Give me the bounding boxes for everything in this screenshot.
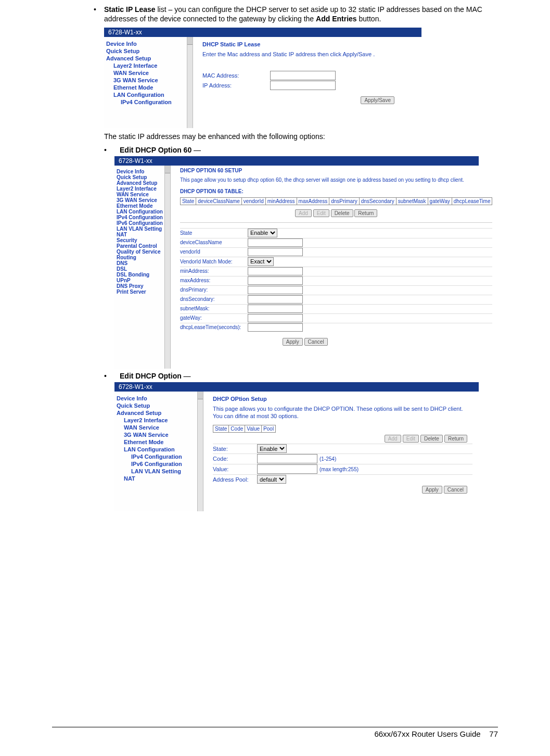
nav-ipv4[interactable]: IPv4 Configuration bbox=[117, 215, 163, 220]
form-row: maxAddress: bbox=[180, 276, 493, 285]
field-label: State: bbox=[213, 446, 257, 452]
nav-layer2[interactable]: Layer2 Interface bbox=[106, 62, 185, 69]
field-input[interactable] bbox=[248, 286, 303, 294]
field-label: VendorId Match Mode: bbox=[180, 259, 248, 264]
field-input[interactable] bbox=[248, 295, 303, 304]
nav-lanvlan[interactable]: LAN VLAN Setting bbox=[117, 468, 196, 475]
col-devclass: deviceClassName bbox=[196, 197, 242, 205]
bullet-dot: • bbox=[94, 5, 104, 23]
col-state: State bbox=[213, 425, 229, 433]
nav-quick-setup[interactable]: Quick Setup bbox=[117, 402, 196, 409]
nav-security[interactable]: Security bbox=[117, 237, 163, 243]
delete-button[interactable]: Delete bbox=[420, 435, 443, 443]
cancel-button[interactable]: Cancel bbox=[444, 486, 467, 494]
field-input[interactable] bbox=[257, 454, 317, 463]
field-label: dhcpLeaseTime(seconds): bbox=[180, 324, 248, 330]
edit-button[interactable]: Edit bbox=[313, 209, 329, 217]
nav-quick-setup[interactable]: Quick Setup bbox=[106, 47, 185, 55]
col-state: State bbox=[180, 197, 196, 205]
nav-lanconfig[interactable]: LAN Configuration bbox=[106, 91, 185, 98]
field-select[interactable]: default bbox=[257, 475, 286, 484]
nav-device-info[interactable]: Device Info bbox=[106, 40, 185, 47]
field-label: State bbox=[180, 230, 248, 236]
nav-dslbond[interactable]: DSL Bonding bbox=[117, 272, 163, 278]
nav-dsl[interactable]: DSL bbox=[117, 266, 163, 272]
nav-ipv4[interactable]: IPv4 Configuration bbox=[106, 98, 185, 106]
col-minaddr: minAddress bbox=[265, 197, 297, 205]
nav-advanced-setup[interactable]: Advanced Setup bbox=[117, 409, 196, 417]
nav-3gwan[interactable]: 3G WAN Service bbox=[106, 77, 185, 84]
nav-nat[interactable]: NAT bbox=[117, 475, 196, 482]
apply-button[interactable]: Apply bbox=[422, 486, 442, 494]
form-row: minAddress: bbox=[180, 267, 493, 275]
field-input[interactable] bbox=[248, 238, 303, 247]
field-input[interactable] bbox=[248, 267, 303, 275]
nav-upnp[interactable]: UPnP bbox=[117, 278, 163, 283]
nav-wan[interactable]: WAN Service bbox=[117, 192, 163, 197]
nav-printserver[interactable]: Print Server bbox=[117, 289, 163, 295]
input-mac[interactable] bbox=[270, 71, 336, 80]
form-row: dhcpLeaseTime(seconds): bbox=[180, 323, 493, 332]
nav-ipv6[interactable]: IPv6 Configuration bbox=[117, 460, 196, 468]
cancel-button[interactable]: Cancel bbox=[304, 338, 328, 346]
col-lease: dhcpLeaseTime bbox=[452, 197, 492, 205]
nav-parental[interactable]: Parental Control bbox=[117, 243, 163, 249]
nav-dns[interactable]: DNS bbox=[117, 260, 163, 266]
nav-lanconfig[interactable]: LAN Configuration bbox=[117, 446, 196, 453]
panel-heading: DHCP OPTION 60 SETUP bbox=[180, 168, 493, 173]
return-button[interactable]: Return bbox=[444, 435, 467, 443]
nav-lanvlan[interactable]: LAN VLAN Setting bbox=[117, 226, 163, 232]
nav-routing[interactable]: Routing bbox=[117, 255, 163, 260]
scrollbar[interactable] bbox=[197, 392, 203, 511]
input-ip[interactable] bbox=[270, 81, 336, 90]
nav-ethernet[interactable]: Ethernet Mode bbox=[117, 203, 163, 209]
col-gateway: gateWay bbox=[428, 197, 452, 205]
scrollbar[interactable] bbox=[187, 37, 193, 128]
apply-save-button[interactable]: Apply/Save bbox=[361, 96, 394, 104]
table-heading: DHCP OPTION 60 TABLE: bbox=[180, 188, 493, 194]
nav-advanced-setup[interactable]: Advanced Setup bbox=[117, 180, 163, 186]
col-dnspri: dnsPrimary bbox=[329, 197, 360, 205]
field-input[interactable] bbox=[257, 464, 317, 474]
bullet-static-ip-lease: • Static IP Lease list – you can configu… bbox=[94, 5, 498, 23]
field-input[interactable] bbox=[248, 305, 303, 313]
apply-button[interactable]: Apply bbox=[283, 338, 303, 346]
field-hint: (max length:255) bbox=[317, 467, 359, 472]
field-label: deviceClassName bbox=[180, 240, 248, 245]
add-button[interactable]: Add bbox=[385, 435, 401, 443]
nav-ethernet[interactable]: Ethernet Mode bbox=[117, 438, 196, 446]
field-input[interactable] bbox=[248, 276, 303, 285]
nav-layer2[interactable]: Layer2 Interface bbox=[117, 186, 163, 192]
add-button[interactable]: Add bbox=[295, 209, 312, 217]
field-hint: (1-254) bbox=[317, 456, 336, 462]
field-input[interactable] bbox=[248, 314, 303, 322]
nav-nat[interactable]: NAT bbox=[117, 232, 163, 237]
nav-qos[interactable]: Quality of Service bbox=[117, 249, 163, 255]
nav-ipv4[interactable]: IPv4 Configuration bbox=[117, 453, 196, 460]
field-input[interactable] bbox=[248, 323, 303, 332]
nav-wan[interactable]: WAN Service bbox=[117, 424, 196, 431]
nav-ipv6[interactable]: IPv6 Configuration bbox=[117, 220, 163, 226]
edit-button[interactable]: Edit bbox=[403, 435, 419, 443]
nav-device-info[interactable]: Device Info bbox=[117, 169, 163, 174]
field-label: Code: bbox=[213, 456, 257, 462]
scrollbar[interactable] bbox=[164, 166, 171, 369]
return-button[interactable]: Return bbox=[354, 209, 377, 217]
nav-3gwan[interactable]: 3G WAN Service bbox=[117, 431, 196, 438]
nav-wan[interactable]: WAN Service bbox=[106, 69, 185, 77]
delete-button[interactable]: Delete bbox=[331, 209, 353, 217]
nav-dnsproxy[interactable]: DNS Proxy bbox=[117, 283, 163, 289]
nav-lanconfig[interactable]: LAN Configuration bbox=[117, 209, 163, 215]
field-select[interactable]: Enable bbox=[248, 229, 277, 237]
nav-3gwan[interactable]: 3G WAN Service bbox=[117, 197, 163, 203]
nav-layer2[interactable]: Layer2 Interface bbox=[117, 417, 196, 424]
field-label: gateWay: bbox=[180, 315, 248, 321]
field-input[interactable] bbox=[248, 248, 303, 256]
option-table: State Code Value Pool bbox=[213, 425, 276, 433]
nav-quick-setup[interactable]: Quick Setup bbox=[117, 174, 163, 180]
nav-ethernet[interactable]: Ethernet Mode bbox=[106, 84, 185, 91]
field-select[interactable]: Enable bbox=[257, 444, 287, 453]
nav-advanced-setup[interactable]: Advanced Setup bbox=[106, 55, 185, 62]
field-select[interactable]: Exact bbox=[248, 257, 274, 266]
nav-device-info[interactable]: Device Info bbox=[117, 395, 196, 402]
